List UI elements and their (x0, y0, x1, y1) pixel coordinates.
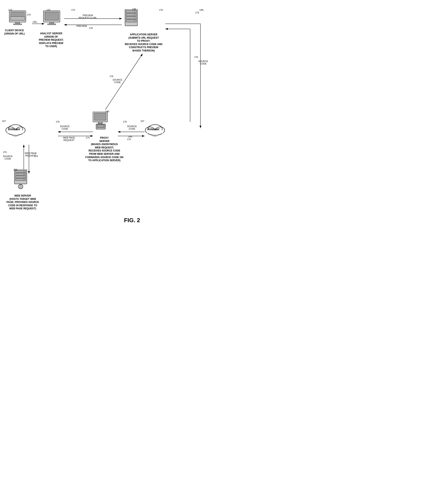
svg-point-51 (134, 20, 135, 21)
svg-rect-46 (126, 17, 136, 19)
client-device-icon (8, 10, 27, 27)
appserver-170-ref: 170 (159, 9, 163, 11)
client-label: CLIENT DEVICE (ORIGIN OF URL) (2, 29, 27, 35)
svg-point-15 (8, 130, 23, 136)
svg-rect-47 (126, 20, 136, 22)
url-ca-ref: 170 (27, 13, 31, 16)
src-right-ref: 176 (194, 56, 198, 58)
svg-point-67 (24, 176, 24, 177)
app-server-icon (122, 9, 143, 29)
src-webserver-ref: 176 (3, 151, 7, 153)
svg-point-22 (147, 130, 163, 136)
svg-rect-45 (126, 13, 136, 16)
src-proxy-app-label: SOURCECODE (113, 79, 122, 84)
svg-rect-29 (13, 24, 22, 25)
src-inet-proxy-label: SOURCECODE (127, 125, 137, 130)
analyst-ref: 120 (46, 9, 50, 11)
client-ref: 110 (8, 9, 12, 11)
svg-line-11 (105, 54, 143, 110)
preview-req-ref: 172 (71, 9, 75, 11)
svg-rect-59 (97, 125, 104, 128)
web-req-174b-ref: 174 (34, 155, 38, 158)
internet-left-ref: 107 (2, 120, 6, 122)
internet-right-label: Internet (148, 127, 159, 131)
svg-rect-41 (50, 22, 54, 24)
analyst-label: ANALYST SERVER(ORIGIN OFPREVIEW REQUEST;… (36, 32, 66, 48)
proxy-label: PROXYSERVER(MAKES ANONYMOUSWEB REQUEST;R… (79, 136, 129, 162)
internet-left-label: Internet (9, 127, 20, 131)
svg-rect-44 (126, 10, 136, 13)
appserver-ref: 130 (132, 8, 136, 10)
url-right-170-ref: 170 (195, 11, 199, 14)
url-proxy-inet-170-ref: 170 (127, 138, 131, 140)
src-webserver-label: SOURCECODE (3, 155, 13, 160)
svg-point-68 (24, 179, 24, 180)
webserver-label: WEB SERVER(HOSTS TARGET WEBPAGE; PROVIDE… (2, 194, 44, 210)
web-req-174a-ref: 174 (86, 136, 89, 139)
web-req-inet-proxy-label: WEB PAGEREQUEST (63, 136, 75, 141)
src-proxy-app-ref: 176 (110, 75, 113, 78)
url-proxy-inet-label: URL (128, 135, 133, 138)
src-right-label: SOURCECODE (198, 60, 208, 65)
url-right-label: URL (199, 9, 204, 11)
preview-req-label: PREVIEWREQUEST & URL (74, 14, 101, 19)
src-inet-proxy-ref: 176 (123, 121, 127, 123)
web-server-icon (12, 169, 33, 190)
proxy-server-icon (92, 112, 113, 131)
svg-rect-33 (10, 17, 25, 20)
diagram: CLIENT DEVICE (ORIGIN OF URL) 110 ANALYS… (0, 0, 224, 245)
svg-rect-53 (94, 113, 106, 120)
webserver-ref: 150 (13, 168, 17, 171)
svg-rect-42 (48, 24, 56, 25)
url-ca-label: URL (33, 21, 37, 23)
src-proxy-inet-ref: 176 (56, 121, 60, 123)
svg-rect-23 (147, 130, 163, 136)
svg-point-49 (134, 14, 135, 15)
svg-rect-16 (8, 130, 23, 136)
preview-ref: 178 (89, 27, 93, 29)
src-proxy-inet-label: SOURCECODE (60, 125, 70, 130)
svg-point-65 (24, 171, 24, 172)
svg-rect-28 (16, 22, 20, 24)
internet-right-ref: 107 (141, 120, 144, 122)
preview-label: PREVIEW (77, 25, 87, 27)
analyst-server-icon (42, 10, 61, 27)
svg-point-50 (134, 17, 135, 18)
fig-label: FIG. 2 (124, 217, 140, 224)
appserver-label: APPLICATION SERVER(SUBMITS URL REQUESTTO… (122, 33, 165, 52)
svg-point-48 (134, 11, 135, 12)
svg-point-66 (24, 174, 24, 175)
proxy-ref: 140 (105, 110, 109, 113)
svg-rect-57 (98, 122, 102, 123)
